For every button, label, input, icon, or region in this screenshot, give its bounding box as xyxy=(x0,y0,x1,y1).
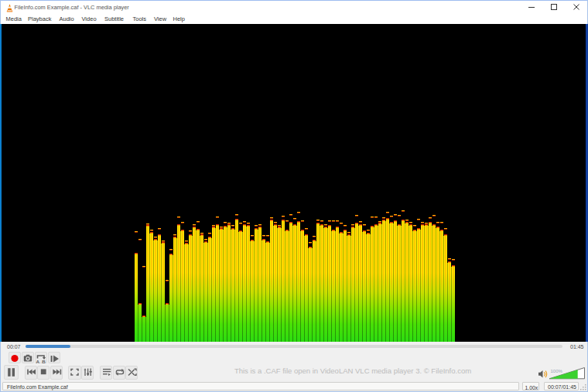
svg-text:A: A xyxy=(36,359,40,363)
svg-text:100%: 100% xyxy=(551,369,563,373)
svg-text:B: B xyxy=(42,359,46,363)
